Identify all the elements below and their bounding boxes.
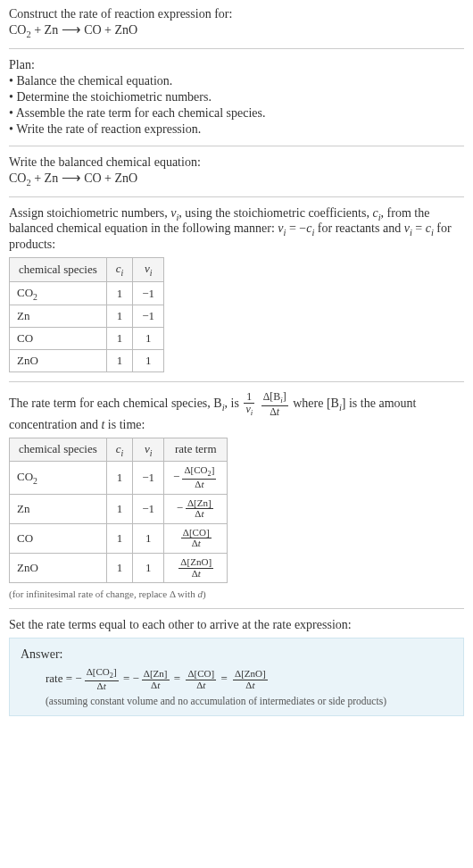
divider <box>9 48 464 49</box>
prompt-text: Construct the rate of reaction expressio… <box>9 7 464 21</box>
table-row: CO 1 1 Δ[CO]Δt <box>10 523 228 553</box>
cell-rate-term: Δ[CO]Δt <box>164 523 228 553</box>
fraction-one-over-nu: 1 νi <box>244 391 254 417</box>
table-header-row: chemical species ci νi <box>10 258 164 282</box>
col-nu: νi <box>133 438 164 462</box>
cell-species: ZnO <box>10 350 107 372</box>
cell-c: 1 <box>106 494 133 523</box>
stoich-table: chemical species ci νi CO2 1 −1 Zn 1 −1 … <box>9 257 164 372</box>
final-title: Set the rate terms equal to each other t… <box>9 618 464 632</box>
infinitesimal-note: (for infinitesimal rate of change, repla… <box>9 588 464 599</box>
divider <box>9 381 464 382</box>
plan-item: • Determine the stoichiometric numbers. <box>9 90 464 104</box>
cell-species: CO2 <box>10 281 107 305</box>
plan-list: • Balance the chemical equation. • Deter… <box>9 74 464 137</box>
cell-nu: −1 <box>133 305 164 328</box>
col-species: chemical species <box>10 438 107 462</box>
table-header-row: chemical species ci νi rate term <box>10 438 228 462</box>
stoichiometric-section: Assign stoichiometric numbers, νi, using… <box>9 206 464 373</box>
rate-expression: rate = −Δ[CO2]Δt = −Δ[Zn]Δt = Δ[CO]Δt = … <box>46 667 452 691</box>
col-c: ci <box>106 258 133 282</box>
plan-section: Plan: • Balance the chemical equation. •… <box>9 58 464 137</box>
divider <box>9 196 464 197</box>
cell-species: ZnO <box>10 554 107 583</box>
cell-nu: −1 <box>133 281 164 305</box>
plan-item: • Write the rate of reaction expression. <box>9 122 464 137</box>
cell-species: CO <box>10 523 107 553</box>
plan-item: • Assemble the rate term for each chemic… <box>9 106 464 121</box>
cell-nu: 1 <box>133 554 164 583</box>
cell-c: 1 <box>106 554 133 583</box>
table-row: ZnO 1 1 Δ[ZnO]Δt <box>10 554 228 583</box>
divider <box>9 146 464 146</box>
col-species: chemical species <box>10 258 107 282</box>
unbalanced-equation: CO2 + Zn ⟶ CO + ZnO <box>9 21 464 39</box>
cell-c: 1 <box>106 462 133 494</box>
cell-c: 1 <box>106 328 133 350</box>
cell-species: Zn <box>10 494 107 523</box>
cell-nu: 1 <box>133 328 164 350</box>
problem-statement: Construct the rate of reaction expressio… <box>9 7 464 39</box>
cell-rate-term: −Δ[CO2]Δt <box>164 462 228 494</box>
cell-nu: 1 <box>133 523 164 553</box>
table-row: ZnO 1 1 <box>10 350 164 372</box>
cell-c: 1 <box>106 281 133 305</box>
table-row: Zn 1 −1 <box>10 305 164 328</box>
cell-species: CO <box>10 328 107 350</box>
rate-term-table: chemical species ci νi rate term CO2 1 −… <box>9 438 228 584</box>
col-rate-term: rate term <box>164 438 228 462</box>
cell-c: 1 <box>106 350 133 372</box>
cell-species: Zn <box>10 305 107 328</box>
balanced-section: Write the balanced chemical equation: CO… <box>9 155 464 188</box>
stoich-intro: Assign stoichiometric numbers, νi, using… <box>9 206 464 253</box>
cell-species: CO2 <box>10 462 107 494</box>
cell-c: 1 <box>106 523 133 553</box>
balanced-equation: CO2 + Zn ⟶ CO + ZnO <box>9 170 464 188</box>
balanced-title: Write the balanced chemical equation: <box>9 155 464 170</box>
cell-nu: 1 <box>133 350 164 372</box>
assumption-note: (assuming constant volume and no accumul… <box>46 696 452 706</box>
rate-term-intro: The rate term for each chemical species,… <box>9 391 464 431</box>
rate-term-section: The rate term for each chemical species,… <box>9 391 464 599</box>
cell-nu: −1 <box>133 462 164 494</box>
answer-label: Answer: <box>21 647 452 662</box>
table-row: CO2 1 −1 −Δ[CO2]Δt <box>10 462 228 494</box>
divider <box>9 608 464 609</box>
table-row: CO 1 1 <box>10 328 164 350</box>
plan-item: • Balance the chemical equation. <box>9 74 464 88</box>
table-row: Zn 1 −1 −Δ[Zn]Δt <box>10 494 228 523</box>
table-row: CO2 1 −1 <box>10 281 164 305</box>
col-c: ci <box>106 438 133 462</box>
cell-c: 1 <box>106 305 133 328</box>
answer-box: Answer: rate = −Δ[CO2]Δt = −Δ[Zn]Δt = Δ[… <box>9 638 464 715</box>
fraction-delta-b-over-t: Δ[Bi] Δt <box>261 391 288 417</box>
plan-title: Plan: <box>9 58 464 72</box>
cell-rate-term: Δ[ZnO]Δt <box>164 554 228 583</box>
cell-rate-term: −Δ[Zn]Δt <box>164 494 228 523</box>
cell-nu: −1 <box>133 494 164 523</box>
final-section: Set the rate terms equal to each other t… <box>9 618 464 715</box>
col-nu: νi <box>133 258 164 282</box>
